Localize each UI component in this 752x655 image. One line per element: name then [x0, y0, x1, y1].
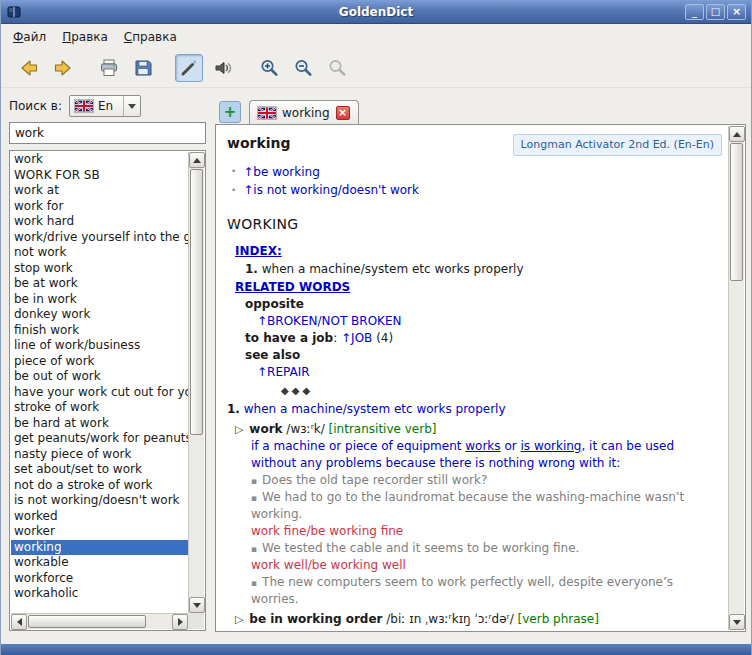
print-button[interactable] — [95, 54, 123, 82]
article-vscroll-thumb[interactable] — [730, 143, 743, 281]
scroll-up-button[interactable] — [729, 126, 745, 142]
reference-link[interactable]: ↑is not working/doesn't work — [243, 181, 419, 200]
list-item[interactable]: be in work — [11, 292, 188, 308]
works-link[interactable]: works — [465, 439, 500, 453]
zoom-in-button[interactable] — [255, 54, 283, 82]
tab-label: working — [282, 106, 330, 120]
example-bullet-icon: ▪ — [251, 544, 257, 554]
list-item[interactable]: working — [11, 540, 188, 556]
list-item[interactable]: line of work/business — [11, 338, 188, 354]
entry-head: ▷ work /wɜːʳk/ [intransitive verb] — [235, 421, 722, 438]
opposite-label: opposite — [245, 296, 722, 313]
word-list: workWORK FOR SBwork atwork forwork hardw… — [9, 150, 206, 631]
list-item[interactable]: not work — [11, 245, 188, 261]
list-item[interactable]: workable — [11, 555, 188, 571]
list-item[interactable]: stroke of work — [11, 400, 188, 416]
list-item[interactable]: worker — [11, 524, 188, 540]
toolbar — [1, 48, 751, 88]
broken-link[interactable]: ↑BROKEN/NOT BROKEN — [257, 314, 402, 328]
forward-arrow-icon — [52, 57, 74, 79]
list-item[interactable]: work for — [11, 199, 188, 215]
maximize-button[interactable]: □ — [706, 4, 725, 20]
entry-word: be in working order — [249, 612, 382, 626]
search-input[interactable] — [9, 122, 206, 144]
list-item[interactable]: stop work — [11, 261, 188, 277]
pronunciation: /wɜːʳk/ — [286, 422, 324, 436]
list-item[interactable]: is not working/doesn't work — [11, 493, 188, 509]
article-content: working Longman Activator 2nd Ed. (En-En… — [217, 126, 728, 630]
list-item[interactable]: work at — [11, 183, 188, 199]
wordlist-vertical-scrollbar[interactable] — [188, 152, 204, 613]
entry-marker-icon: ▷ — [235, 613, 243, 626]
tab-working[interactable]: working × — [249, 100, 359, 125]
wordlist-horizontal-scrollbar[interactable] — [11, 613, 188, 629]
collocation: work fine/be working fine — [251, 523, 722, 540]
definition: if a machine or piece of equipment works… — [251, 438, 722, 472]
index-link[interactable]: INDEX: — [235, 244, 282, 258]
list-item[interactable]: finish work — [11, 323, 188, 339]
back-arrow-icon — [18, 57, 40, 79]
word-list-items: workWORK FOR SBwork atwork forwork hardw… — [11, 152, 188, 613]
list-item[interactable]: worked — [11, 509, 188, 525]
repair-link[interactable]: ↑REPAIR — [257, 365, 310, 379]
reference-link-row: •↑is not working/doesn't work — [231, 181, 722, 200]
see-also-label: see also — [245, 347, 722, 364]
list-item[interactable]: not do a stroke of work — [11, 478, 188, 494]
article-vertical-scrollbar[interactable] — [728, 126, 744, 630]
zoom-out-button[interactable] — [289, 54, 317, 82]
list-item[interactable]: donkey work — [11, 307, 188, 323]
save-article-button[interactable] — [129, 54, 157, 82]
minimize-button[interactable]: _ — [685, 4, 704, 20]
zoom-in-icon — [258, 57, 280, 79]
printer-icon — [98, 57, 120, 79]
goldendict-window: GoldenDict _ □ × Файл Правка Справка — [0, 0, 752, 655]
wordlist-hscroll-thumb[interactable] — [28, 615, 146, 628]
scan-popup-toggle[interactable] — [175, 54, 203, 82]
list-item[interactable]: piece of work — [11, 354, 188, 370]
back-button[interactable] — [15, 54, 43, 82]
list-item[interactable]: workforce — [11, 571, 188, 587]
list-item[interactable]: get peanuts/work for peanuts — [11, 431, 188, 447]
entry-work: ▷ work /wɜːʳk/ [intransitive verb] if a … — [235, 421, 722, 608]
scroll-up-button[interactable] — [189, 152, 205, 168]
list-item[interactable]: be hard at work — [11, 416, 188, 432]
dictionary-group-select[interactable]: En — [69, 95, 141, 117]
list-item[interactable]: have your work cut out for you — [11, 385, 188, 401]
example: ▪We tested the cable and it seems to be … — [251, 540, 722, 557]
close-button[interactable]: × — [727, 4, 746, 20]
list-item[interactable]: workaholic — [11, 586, 188, 602]
dropdown-button[interactable] — [123, 96, 140, 116]
menu-file[interactable]: Файл — [5, 27, 54, 47]
scroll-down-button[interactable] — [729, 614, 745, 630]
list-item[interactable]: nasty piece of work — [11, 447, 188, 463]
forward-button[interactable] — [49, 54, 77, 82]
dictionary-label[interactable]: Longman Activator 2nd Ed. (En-En) — [513, 134, 722, 156]
list-item[interactable]: WORK FOR SB — [11, 168, 188, 184]
zoom-reset-button[interactable] — [323, 54, 351, 82]
tab-close-button[interactable]: × — [336, 106, 350, 120]
list-item[interactable]: work hard — [11, 214, 188, 230]
add-tab-button[interactable]: + — [219, 101, 241, 123]
list-item[interactable]: work — [11, 152, 188, 168]
job-link[interactable]: ↑JOB — [341, 331, 372, 345]
list-item[interactable]: be at work — [11, 276, 188, 292]
wordlist-vscroll-thumb[interactable] — [190, 169, 203, 435]
scroll-left-button[interactable] — [11, 614, 27, 630]
scroll-down-button[interactable] — [189, 597, 205, 613]
reference-link[interactable]: ↑be working — [243, 163, 319, 182]
is-working-link[interactable]: is working — [520, 439, 581, 453]
tab-bar: + working × — [215, 99, 359, 125]
bullet-icon: • — [231, 165, 236, 179]
list-item[interactable]: set about/set to work — [11, 462, 188, 478]
list-item[interactable]: be out of work — [11, 369, 188, 385]
list-item[interactable]: work/drive yourself into the ground — [11, 230, 188, 246]
menu-edit[interactable]: Правка — [54, 27, 116, 47]
menu-help[interactable]: Справка — [116, 27, 185, 47]
window-title: GoldenDict — [1, 5, 751, 19]
related-words-link[interactable]: RELATED WORDS — [235, 280, 350, 294]
scrollbar-corner — [188, 613, 204, 629]
pronounce-button[interactable] — [209, 54, 237, 82]
zoom-out-icon — [292, 57, 314, 79]
title-bar[interactable]: GoldenDict _ □ × — [1, 0, 751, 24]
scroll-right-button[interactable] — [172, 614, 188, 630]
